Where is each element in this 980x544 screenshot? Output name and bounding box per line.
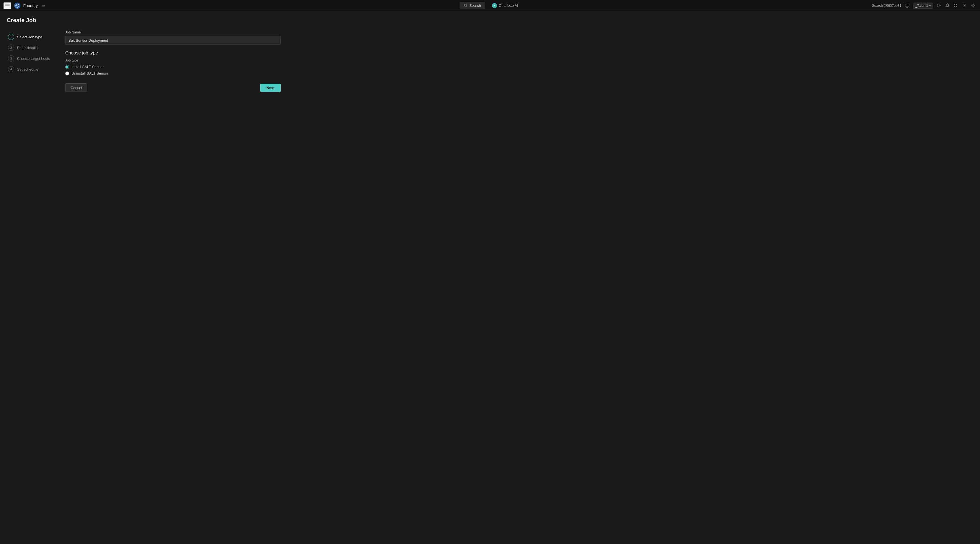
talon-label: _Talon 1 (915, 4, 928, 8)
settings-icon-button[interactable] (935, 2, 942, 9)
svg-point-6 (938, 5, 939, 6)
svg-point-1 (465, 4, 466, 6)
topnav-center: Search ✦ Charlotte AI (460, 2, 520, 10)
step-label-1: Select Job type (17, 35, 42, 39)
step-label-4: Set schedule (17, 67, 38, 72)
radio-install[interactable] (65, 65, 69, 69)
search-button[interactable]: Search (460, 2, 485, 9)
next-button[interactable]: Next (260, 84, 281, 92)
charlotte-label: Charlotte AI (499, 3, 518, 8)
form-area: Job Name Choose job type Job type Instal… (61, 30, 973, 92)
grid-icon-button[interactable] (953, 3, 959, 9)
step-item-3[interactable]: 3 Choose target hosts (7, 53, 61, 64)
step-number-3: 3 (8, 55, 14, 62)
cancel-button[interactable]: Cancel (65, 83, 88, 92)
bookmark-icon[interactable]: ▭ (41, 2, 46, 9)
step-number-1: 1 (8, 34, 14, 40)
step-label-2: Enter details (17, 46, 37, 50)
job-name-label: Job Name (65, 30, 973, 34)
radio-uninstall-label: Uninstall SALT Sensor (72, 71, 108, 75)
monitor-icon-button[interactable] (904, 2, 910, 9)
svg-point-12 (972, 5, 975, 7)
theme-icon-button[interactable] (970, 2, 977, 9)
search-label: Search (469, 3, 481, 8)
chevron-down-icon: ▾ (929, 4, 931, 7)
layout: 1 Select Job type 2 Enter details 3 Choo… (7, 30, 973, 92)
charlotte-icon: ✦ (492, 3, 497, 8)
svg-rect-8 (956, 4, 957, 5)
section-title: Choose job type (65, 51, 973, 56)
radio-uninstall[interactable] (65, 72, 69, 75)
user-info: Search@6607eb31 (872, 4, 902, 8)
svg-rect-9 (954, 6, 955, 7)
job-type-label: Job type (65, 59, 973, 62)
svg-rect-7 (954, 4, 955, 5)
topnav: Foundry ▭ Search ✦ Charlotte AI Search@6… (0, 0, 980, 11)
step-number-2: 2 (8, 45, 14, 51)
step-label-3: Choose target hosts (17, 56, 50, 61)
menu-button[interactable] (3, 2, 11, 9)
svg-point-0 (16, 4, 19, 7)
radio-install-label: Install SALT Sensor (72, 65, 104, 69)
svg-point-11 (964, 4, 966, 6)
form-footer: Cancel Next (65, 83, 281, 92)
step-item-4[interactable]: 4 Set schedule (7, 64, 61, 75)
user-icon-button[interactable] (961, 2, 968, 9)
svg-rect-3 (905, 4, 909, 7)
notifications-icon-button[interactable] (944, 2, 950, 9)
step-item-1[interactable]: 1 Select Job type (7, 32, 61, 42)
app-logo (14, 3, 21, 9)
topnav-right: Search@6607eb31 _Talon 1 ▾ (872, 2, 977, 9)
radio-option-install[interactable]: Install SALT Sensor (65, 65, 973, 69)
topnav-left: Foundry ▭ (3, 2, 46, 9)
step-number-4: 4 (8, 66, 14, 72)
svg-line-2 (466, 6, 467, 7)
steps-sidebar: 1 Select Job type 2 Enter details 3 Choo… (7, 30, 61, 92)
step-item-2[interactable]: 2 Enter details (7, 42, 61, 53)
job-name-input[interactable] (65, 36, 281, 45)
radio-option-uninstall[interactable]: Uninstall SALT Sensor (65, 71, 973, 75)
page-title: Create Job (7, 17, 973, 24)
main-content: Create Job 1 Select Job type 2 Enter det… (0, 11, 980, 98)
svg-rect-10 (956, 6, 957, 7)
charlotte-button[interactable]: ✦ Charlotte AI (490, 2, 520, 10)
app-name: Foundry (23, 3, 38, 8)
talon-button[interactable]: _Talon 1 ▾ (913, 3, 933, 9)
form-section: Job Name Choose job type Job type Instal… (65, 30, 973, 92)
